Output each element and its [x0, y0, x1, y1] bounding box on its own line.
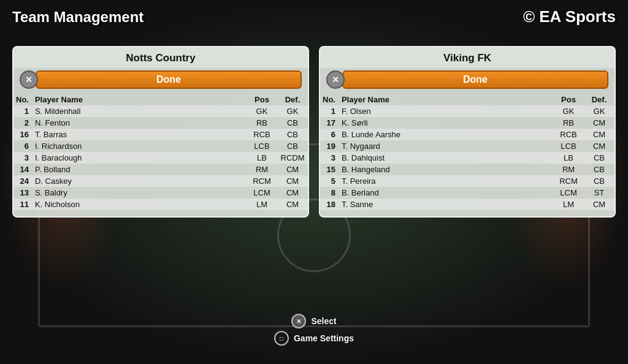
done-btn-row-viking: ✕ Done — [326, 70, 608, 89]
player-def: CB — [584, 152, 615, 164]
player-def: CM — [277, 199, 308, 210]
ea-sports-logo: © EA Sports — [523, 7, 616, 26]
player-name: B. Hangeland — [339, 164, 553, 175]
player-no: 3 — [13, 152, 33, 164]
player-no: 17 — [320, 117, 339, 129]
square-icon: □ — [274, 331, 289, 346]
table-row[interactable]: 24 D. Caskey RCM CM — [13, 175, 308, 187]
player-no: 1 — [13, 105, 33, 117]
player-no: 2 — [13, 117, 33, 129]
player-name: N. Fenton — [33, 117, 247, 129]
player-pos: RCB — [553, 129, 584, 140]
page-title: Team Management — [12, 9, 144, 26]
table-row[interactable]: 3 B. Dahlquist LB CB — [320, 152, 615, 164]
player-no: 6 — [320, 129, 339, 140]
table-row[interactable]: 16 T. Barras RCB CB — [13, 129, 308, 140]
player-no: 16 — [13, 129, 33, 140]
done-button-viking[interactable]: Done — [342, 70, 608, 89]
bottom-controls: ✕ Select □ Game Settings — [274, 314, 354, 346]
player-pos: LCB — [247, 140, 277, 152]
header: Team Management © EA Sports — [0, 0, 628, 34]
player-name: T. Barras — [33, 129, 247, 140]
col-header-def-notts: Def. — [277, 94, 308, 105]
game-settings-label: Game Settings — [294, 333, 354, 343]
panels-container: Notts Country ✕ Done No. Player Name Pos… — [12, 46, 616, 218]
col-header-pos-viking: Pos — [553, 94, 584, 105]
player-pos: LB — [553, 152, 584, 164]
player-no: 11 — [13, 199, 33, 210]
player-pos: RCM — [247, 175, 277, 187]
player-pos: LM — [247, 199, 277, 210]
col-header-name-viking: Player Name — [339, 94, 553, 105]
player-def: RCDM — [277, 152, 308, 164]
team-panel-notts-county: Notts Country ✕ Done No. Player Name Pos… — [12, 46, 309, 218]
player-no: 13 — [13, 187, 33, 199]
player-def: CB — [584, 175, 615, 187]
player-list-viking: 1 F. Olsen GK GK 17 K. Sørli RB CM 6 B. … — [320, 105, 615, 210]
table-row[interactable]: 1 S. Mildenhall GK GK — [13, 105, 308, 117]
player-def: CB — [277, 140, 308, 152]
x-button-notts[interactable]: ✕ — [20, 70, 38, 89]
player-name: B. Berland — [339, 187, 553, 199]
table-row[interactable]: 13 S. Baldry LCM CM — [13, 187, 308, 199]
player-pos: GK — [247, 105, 277, 117]
table-row[interactable]: 15 B. Hangeland RM CB — [320, 164, 615, 175]
table-row[interactable]: 14 P. Bolland RM CM — [13, 164, 308, 175]
col-header-name-notts: Player Name — [33, 94, 247, 105]
player-pos: RM — [247, 164, 277, 175]
player-no: 19 — [320, 140, 339, 152]
player-no: 18 — [320, 199, 339, 210]
player-def: CM — [277, 164, 308, 175]
player-def: CB — [584, 164, 615, 175]
table-row[interactable]: 3 I. Baraclough LB RCDM — [13, 152, 308, 164]
player-def: GK — [584, 105, 615, 117]
table-row[interactable]: 1 F. Olsen GK GK — [320, 105, 615, 117]
player-def: CB — [277, 117, 308, 129]
col-header-no-notts: No. — [13, 94, 33, 105]
player-name: T. Pereira — [339, 175, 553, 187]
player-pos: RM — [553, 164, 584, 175]
player-def: GK — [277, 105, 308, 117]
table-row[interactable]: 6 B. Lunde Aarshe RCB CM — [320, 129, 615, 140]
done-btn-row-notts: ✕ Done — [20, 70, 302, 89]
table-row[interactable]: 17 K. Sørli RB CM — [320, 117, 615, 129]
player-name: T. Sanne — [339, 199, 553, 210]
player-name: I. Baraclough — [33, 152, 247, 164]
table-row[interactable]: 2 N. Fenton RB CB — [13, 117, 308, 129]
player-pos: RCM — [553, 175, 584, 187]
player-def: CM — [584, 199, 615, 210]
player-pos: LCB — [553, 140, 584, 152]
table-header-notts: No. Player Name Pos Def. — [13, 94, 308, 105]
player-pos: RB — [553, 117, 584, 129]
col-header-pos-notts: Pos — [247, 94, 277, 105]
player-pos: LCM — [247, 187, 277, 199]
table-row[interactable]: 8 B. Berland LCM ST — [320, 187, 615, 199]
player-list-notts: 1 S. Mildenhall GK GK 2 N. Fenton RB CB … — [13, 105, 308, 210]
player-pos: RCB — [247, 129, 277, 140]
done-button-notts[interactable]: Done — [36, 70, 302, 89]
player-table-viking: No. Player Name Pos Def. 1 F. Olsen GK G… — [320, 94, 615, 210]
player-pos: LB — [247, 152, 277, 164]
player-no: 6 — [13, 140, 33, 152]
player-name: T. Nygaard — [339, 140, 553, 152]
table-row[interactable]: 11 K. Nicholson LM CM — [13, 199, 308, 210]
player-no: 15 — [320, 164, 339, 175]
table-row[interactable]: 18 T. Sanne LM CM — [320, 199, 615, 210]
table-header-viking: No. Player Name Pos Def. — [320, 94, 615, 105]
player-def: CM — [584, 117, 615, 129]
player-no: 14 — [13, 164, 33, 175]
player-def: CM — [277, 187, 308, 199]
player-pos: LM — [553, 199, 584, 210]
player-pos: GK — [553, 105, 584, 117]
player-table-notts: No. Player Name Pos Def. 1 S. Mildenhall… — [13, 94, 308, 210]
table-row[interactable]: 5 T. Pereira RCM CB — [320, 175, 615, 187]
table-row[interactable]: 6 I. Richardson LCB CB — [13, 140, 308, 152]
player-no: 5 — [320, 175, 339, 187]
team-name-notts-county: Notts Country — [13, 47, 308, 68]
player-name: F. Olsen — [339, 105, 553, 117]
player-no: 24 — [13, 175, 33, 187]
player-no: 3 — [320, 152, 339, 164]
x-button-viking[interactable]: ✕ — [326, 70, 345, 89]
player-pos: LCM — [553, 187, 584, 199]
table-row[interactable]: 19 T. Nygaard LCB CM — [320, 140, 615, 152]
